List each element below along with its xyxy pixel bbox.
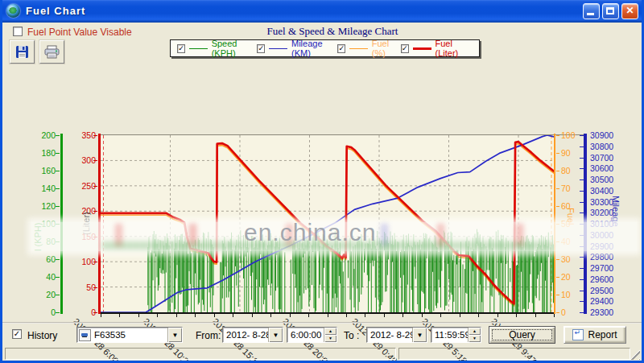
vehicle-combobox[interactable]: F63535 ▼ (76, 327, 183, 343)
legend-checkbox-checked[interactable]: ✓ (257, 44, 265, 53)
minimize-button[interactable] (583, 3, 600, 19)
from-date-dropdown-button[interactable]: ▼ (268, 328, 283, 342)
x-axis-minor-tick (440, 314, 441, 317)
mileage-axis-tick-label: 29700 (590, 263, 619, 273)
fuel-point-visible-label: Fuel Point Value Visable (27, 27, 132, 38)
mileage-axis-tick-label: 30600 (590, 163, 619, 173)
speed-axis-tick-mark (56, 188, 60, 189)
mileage-axis-tick-label: 30400 (590, 186, 619, 196)
spin-down-icon[interactable]: ▼ (469, 335, 481, 342)
from-label: From: (196, 330, 221, 341)
vehicle-dropdown-button[interactable]: ▼ (167, 328, 182, 342)
report-button[interactable]: Report (564, 326, 626, 344)
speed-axis-tick-label: 0 (33, 307, 56, 317)
from-time-spin-buttons[interactable]: ▲▼ (324, 328, 336, 342)
fuelpct-axis-tick-label: 0 (561, 307, 580, 317)
fuelpct-axis-tick-mark (556, 188, 559, 189)
to-date-picker[interactable]: 2012- 8-29 ▼ (366, 327, 427, 343)
title-bar: Fuel Chart (0, 0, 644, 23)
close-button[interactable] (621, 3, 638, 19)
fuelpct-axis-tick-mark (556, 277, 559, 278)
legend-item-3: ✓Fuel (Liter) (401, 39, 473, 58)
speed-axis-tick-mark (56, 206, 60, 207)
legend-item-1: ✓Mileage (KM) (257, 39, 337, 58)
x-axis-minor-tick (270, 314, 271, 317)
fuelpct-axis-tick-label: 10 (561, 290, 580, 299)
speed-axis-tick-mark (56, 171, 60, 171)
speed-axis-tick-mark (56, 277, 60, 278)
x-axis-minor-tick (365, 314, 365, 317)
chart-legend: ✓Speed (KPH)✓Mileage (KM)✓Fuel (%)✓Fuel … (170, 39, 480, 57)
x-axis-minor-tick (535, 314, 536, 317)
report-icon (572, 329, 584, 340)
x-axis-minor-tick (233, 314, 233, 317)
legend-line-sample (269, 48, 287, 49)
x-axis-minor-tick (384, 314, 385, 317)
from-time-value: 6:00:00 (287, 330, 324, 340)
x-axis-minor-tick (422, 314, 423, 317)
mileage-axis-tick-label: 30800 (590, 142, 619, 151)
to-time-value: 11:59:59 (431, 330, 468, 340)
query-button-label: Query (509, 329, 535, 340)
speed-axis-tick-label: 20 (33, 290, 56, 299)
mileage-axis-tick-label: 30700 (590, 153, 619, 163)
from-time-spinner[interactable]: 6:00:00 ▲▼ (287, 327, 337, 343)
fuel-point-visible-checkbox[interactable] (13, 27, 23, 36)
mileage-axis-tick-label: 29800 (590, 252, 619, 262)
to-date-dropdown-button[interactable]: ▼ (412, 328, 427, 342)
mileage-axis-tick-label: 30900 (590, 130, 619, 140)
x-axis-minor-tick (119, 314, 120, 317)
liter-axis-tick-mark (93, 211, 97, 212)
speed-axis-tick-label: 160 (33, 166, 56, 175)
x-axis-minor-tick (252, 314, 253, 317)
status-bar-cell (5, 348, 396, 360)
x-axis-minor-tick (101, 314, 101, 317)
legend-item-0: ✓Speed (KPH) (177, 39, 257, 58)
x-axis-minor-tick (308, 314, 309, 317)
x-axis-minor-tick (554, 314, 555, 317)
to-time-spin-buttons[interactable]: ▲▼ (468, 328, 481, 342)
query-button[interactable]: Query (489, 326, 555, 344)
x-axis-minor-tick (328, 314, 328, 317)
x-axis-minor-tick (157, 314, 158, 317)
x-axis-minor-tick (516, 314, 517, 317)
spin-up-icon[interactable]: ▲ (469, 328, 481, 335)
vehicle-value: F63535 (91, 330, 167, 340)
legend-line-sample (413, 47, 431, 50)
printer-icon (44, 45, 60, 59)
speed-axis-tick-mark (56, 135, 60, 136)
speed-axis-tick-mark (56, 153, 60, 154)
mileage-axis-tick-label: 29500 (590, 286, 619, 295)
floppy-disk-icon (15, 45, 29, 59)
app-globe-icon (6, 4, 20, 18)
window-title: Fuel Chart (26, 5, 85, 17)
to-time-spinner[interactable]: 11:59:59 ▲▼ (431, 327, 481, 343)
watermark-text: en.china.cn (244, 219, 376, 246)
legend-line-sample (189, 48, 208, 49)
fuel-chart-window: Fuel Chart Fuel Point Value Visable Fuel… (0, 0, 644, 363)
fuelpct-axis-tick-label: 20 (561, 272, 580, 282)
legend-checkbox-checked[interactable]: ✓ (337, 44, 345, 53)
fuelpct-axis-tick-mark (556, 135, 559, 136)
history-label: History (27, 330, 57, 341)
resize-grip[interactable] (629, 349, 640, 360)
fuelpct-axis-tick-mark (556, 153, 559, 154)
liter-axis-tick-mark (93, 312, 97, 313)
fuelpct-axis-tick-label: 90 (561, 148, 580, 158)
history-checkbox[interactable]: ✓ (12, 329, 22, 339)
speed-axis-tick-label: 180 (33, 148, 56, 158)
legend-checkbox-checked[interactable]: ✓ (177, 44, 185, 53)
x-axis-minor-tick (214, 314, 215, 317)
from-date-picker[interactable]: 2012- 8-28 ▼ (222, 327, 283, 343)
legend-checkbox-checked[interactable]: ✓ (401, 44, 409, 53)
status-bar-cell (398, 348, 630, 360)
print-button[interactable] (39, 40, 64, 64)
legend-item-2: ✓Fuel (%) (337, 39, 401, 58)
maximize-button[interactable] (602, 3, 619, 19)
spin-down-icon[interactable]: ▼ (324, 335, 336, 342)
save-button[interactable] (10, 40, 35, 64)
x-axis-minor-tick (346, 314, 347, 317)
liter-axis-tick-mark (93, 135, 97, 136)
spin-up-icon[interactable]: ▲ (324, 328, 336, 335)
fuelpct-axis-tick-label: 70 (561, 184, 580, 193)
